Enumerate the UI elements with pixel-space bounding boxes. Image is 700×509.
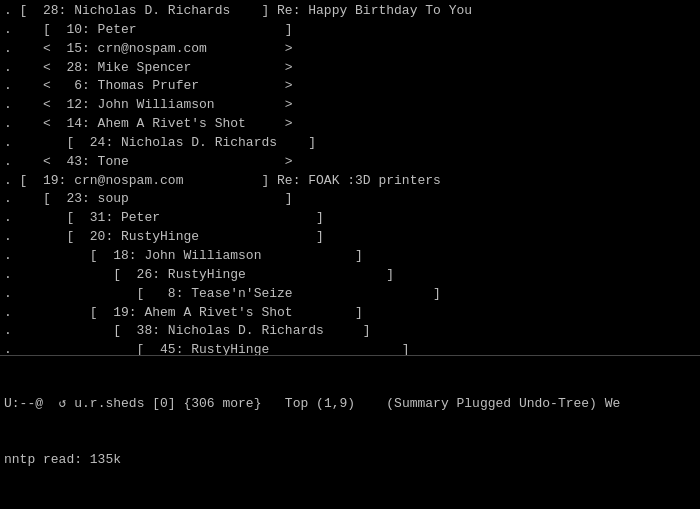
- thread-view[interactable]: . [ 28: Nicholas D. Richards ] Re: Happy…: [0, 0, 700, 355]
- terminal: . [ 28: Nicholas D. Richards ] Re: Happy…: [0, 0, 700, 509]
- status-bar: U:--@ ↺ u.r.sheds [0] {306 more} Top (1,…: [0, 355, 700, 509]
- nntp-line: nntp read: 135k: [4, 451, 696, 470]
- status-line: U:--@ ↺ u.r.sheds [0] {306 more} Top (1,…: [4, 395, 696, 414]
